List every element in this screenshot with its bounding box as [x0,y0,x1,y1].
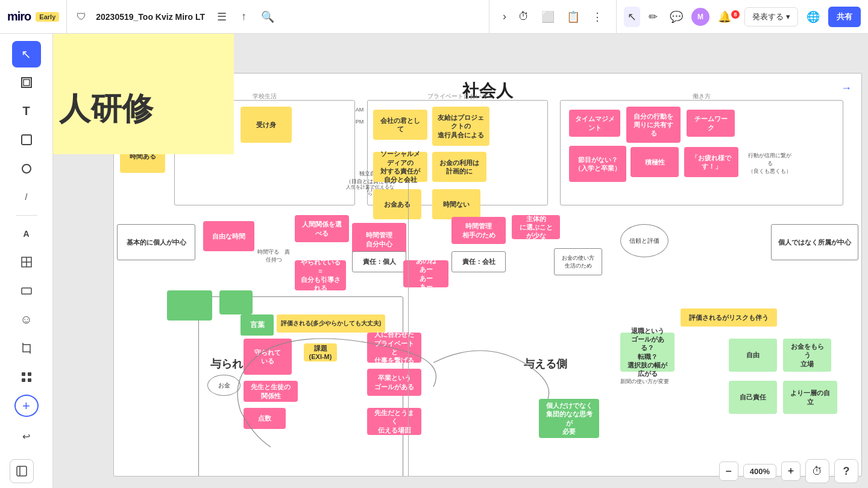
nav-forward-button[interactable]: › [499,7,510,27]
apps-tool[interactable] [12,364,41,390]
search-button[interactable]: 🔍 [259,8,277,26]
present-dropdown-icon[interactable]: ▾ [786,12,790,21]
cursor-tool-button[interactable]: ↖ [624,7,640,27]
sticky-tensuu: 点数 [244,408,286,429]
left-toolbar: ↖ T / A ☺ + ↩ ↪ [0,34,53,488]
arrow-tool[interactable]: A [12,221,41,247]
zoom-level-display[interactable]: 400% [743,464,776,479]
svg-rect-15 [17,466,27,476]
sticky-social: ソーシャルメディアの対する責任が自分と会社 [373,152,427,182]
share-label: 共有 [837,11,852,22]
upload-button[interactable]: ↑ [239,8,249,25]
pencil-tool-button[interactable]: ✏ [645,7,661,27]
menu-button[interactable]: ☰ [215,8,229,26]
text-tool[interactable]: T [12,98,41,125]
time-guard-resp: 時間守る 責任持つ [256,248,292,264]
action-share-sub: 行動が信用に繋がる（良くも悪くも） [746,152,794,175]
sticky-jikannai: 時間ない [432,189,480,219]
zoom-out-button[interactable]: − [719,461,738,481]
topbar-nav: › ⏱ ⬜ 📋 ⋮ [489,0,617,33]
undo-button[interactable]: ↩ [12,422,41,451]
share-button[interactable]: 共有 [828,7,861,27]
more-nav-button[interactable]: ⋮ [588,7,606,27]
sticky-okane-mid: あのねあーあーあー [403,260,448,287]
sticky-teamwork: チームワーク [687,110,735,137]
panel-toggle-button[interactable] [10,459,34,483]
sticky-yori-jiritsu: より一層の自立 [783,381,837,414]
shield-icon: 🛡 [77,11,86,22]
sticky-jiyujikan: 自由な時間 [203,221,254,251]
emoji-tool[interactable]: ☺ [12,307,41,333]
sticky-tomodachi: 友給はプロジェクトの進行具合による [432,107,489,146]
sticky-money-usage: お金の利用は計画的に [432,152,486,182]
table-tool[interactable] [12,249,41,276]
sticky-collective: 個人だけでなく集団的なな思考が必要 [539,399,599,438]
sticky-human-rel2: 人間関係を主体的に選ぶことが少ない [512,215,560,239]
box-group-center: 個人ではなく所属が中心 [771,224,858,260]
sticky-human-rel: 人間関係を選べる [295,215,349,242]
life-message: 人生を計算で伝えるなら [346,184,394,197]
cursor-tool[interactable]: ↖ [12,41,41,67]
pen-tool[interactable]: / [12,184,41,211]
help-button[interactable]: ? [834,459,858,483]
sticky-sekkyoku: 積極性 [631,147,679,177]
sticky-kadai: 課題 (EXI-M) [304,343,337,361]
topbar-brand: miro Early [0,0,67,33]
shapes-tool[interactable] [12,155,41,182]
topbar-center: 🛡 20230519_Too Kviz Miro LT ☰ ↑ 🔍 [67,0,489,33]
box-responsibility-company: 責任：会社 [451,251,506,272]
sticky-green1 [167,290,212,321]
board-button[interactable]: ⬜ [538,7,558,27]
notes-button[interactable]: 📋 [563,7,583,27]
avatar[interactable]: M [691,8,709,26]
sticky-sougyou: 退職というゴールがある？転職？選択肢の幅が広がる [620,333,675,372]
bottom-left [10,459,34,483]
svg-rect-2 [22,135,31,145]
svg-rect-14 [28,378,31,382]
frame-tool[interactable] [12,70,41,96]
sticky-tool[interactable] [12,127,41,154]
sticky-takusan: 先生だとうまく伝える場面 [367,408,421,435]
board-title[interactable]: 20230519_Too Kviz Miro LT [96,12,205,22]
early-badge: Early [36,12,59,22]
miro-logo: miro [7,10,31,23]
svg-rect-11 [22,372,25,376]
timer-button[interactable]: ⏱ [515,7,533,27]
sticky-sotsugyou: 卒業というゴールがある [367,369,421,396]
box-money-usage: お金の使い方生活のため [554,248,602,275]
crop-tool[interactable] [12,335,41,361]
sticky-people-life: 人に合わせたプライベートと仕事を繋げる [367,333,421,363]
card-tool[interactable] [12,278,41,304]
sticky-time-mgmt3: 時間管理相手のため [451,217,506,244]
label-evaluated: 評価される(多少やらかしても大丈夫) [277,314,385,333]
newspaper-label: 新聞の使い方が変要 [620,378,675,386]
present-button[interactable]: 発表する ▾ [744,7,798,27]
sticky-green2 [219,290,253,314]
oval-money: お金 [207,375,241,396]
topbar: miro Early 🛡 20230519_Too Kviz Miro LT ☰… [0,0,868,34]
svg-rect-8 [23,345,30,352]
box-individual-center: 基本的に個人が中心 [117,224,195,260]
zoom-in-button[interactable]: + [781,461,800,481]
notification-count: 8 [731,10,740,19]
private-label: プライベートにおいて [427,92,488,101]
large-title-text: 人研修 [59,88,153,130]
box-responsibility-individual: 責任：個人 [352,251,406,272]
add-tool[interactable]: + [14,395,39,417]
bottom-bar: − 400% + ⏱ ? [0,454,868,488]
sticky-kotoba: 言葉 [241,314,274,336]
sticky-yarikatairu: やられている=自分も引導される [295,260,346,290]
work-label: 働き方 [693,92,711,101]
comment-tool-button[interactable]: 💬 [666,7,687,27]
am-pm-label: AMPM [355,107,364,125]
oval-trust-eval: 信頼と評価 [620,224,668,257]
sticky-kaisha: 会社の君として [373,110,427,140]
history-button[interactable]: ⏱ [805,459,829,483]
canvas[interactable]: 人研修 → 社会人 学校生活 プライベートにおいて 働き方 お金ない 時間ある … [53,34,868,488]
sticky-jiyuu: 自由 [729,339,777,372]
label-risk-eval: 評価されるがリスクも伴う [681,308,777,327]
toolbar-divider [16,215,37,216]
svg-rect-12 [28,372,31,376]
globe-button[interactable]: 🌐 [803,7,823,27]
label-giving-side: 与える側 [524,357,567,371]
